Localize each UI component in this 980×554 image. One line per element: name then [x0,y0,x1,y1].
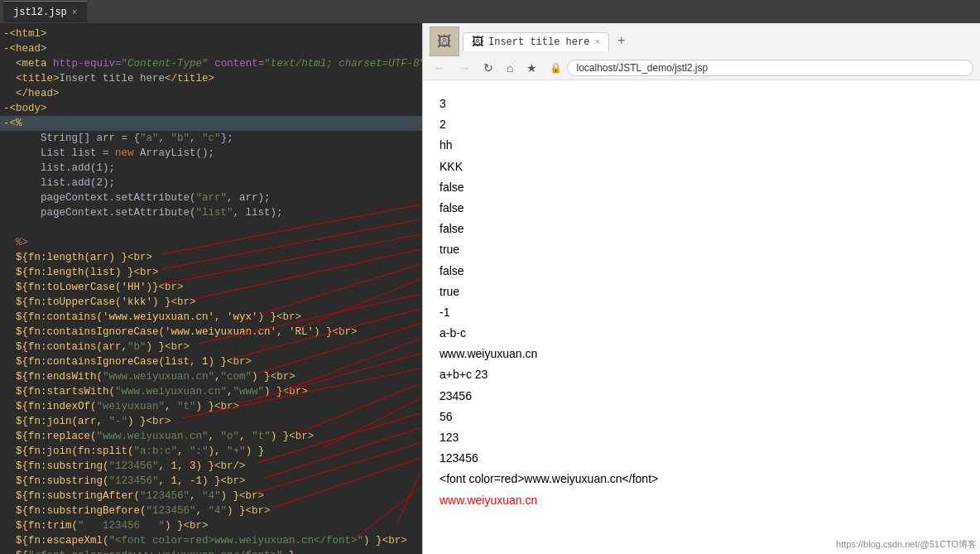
browser-tab-title: Insert title here [488,36,589,48]
browser-tab-close-icon[interactable]: × [594,37,600,47]
result-false-4: false [440,261,963,282]
browser-tab-bar: 🖼 🖼 Insert title here × + [430,26,973,56]
code-line-3: <meta http-equiv="Content-Type" content=… [0,56,422,71]
tab-label: jstl2.jsp [13,7,67,18]
code-line-34: ${fn:trim(" 123456 ") }<br> [0,518,422,533]
browser-chrome: 🖼 🖼 Insert title here × + ← → ↻ ⌂ ★ 🔒 [423,23,980,80]
browser-active-tab[interactable]: 🖼 Insert title here × [463,32,609,51]
result-2: 2 [440,114,963,135]
watermark: https://blog.csdn.net/@51CTO博客 [836,538,977,551]
browser-panel: 🖼 🖼 Insert title here × + ← → ↻ ⌂ ★ 🔒 [422,23,980,554]
code-line-9: List list = new ArrayList(); [0,146,422,161]
code-line-12: pageContext.setAttribute("arr", arr); [0,190,422,205]
code-line-24: ${fn:endsWith("www.weiyuxuan.cn","com") … [0,369,422,384]
code-editor[interactable]: -<html> -<head> <meta http-equiv="Conten… [0,23,422,554]
code-line-10: list.add(1); [0,161,422,176]
result-false-2: false [440,198,963,219]
code-line-28: ${fn:replace("www.weiyuxuan.cn", "o", "t… [0,429,422,444]
code-line-27: ${fn:join(arr, "-") }<br> [0,414,422,429]
main-area: -<html> -<head> <meta http-equiv="Conten… [0,23,980,554]
result-join-dash: a-b-c [440,323,963,344]
code-line-32: ${fn:substringAfter("123456", "4") }<br> [0,489,422,503]
result-join-plus: a+b+c 23 [440,364,963,385]
result-hh: hh [440,135,963,156]
code-line-11: list.add(2); [0,176,422,190]
code-line-29: ${fn:join(fn:split("a:b:c", ":"), "+") } [0,444,422,459]
code-line-8: String[] arr = {"a", "b", "c"}; [0,131,422,146]
code-line-35: ${fn:escapeXml("<font color=red>www.weiy… [0,533,422,548]
result-true-2: true [440,282,963,302]
code-line-5: </head> [0,86,422,101]
code-line-18: ${fn:toLowerCase('HH')}<br> [0,280,422,295]
result-false-1: false [440,177,963,198]
code-line-1: -<html> [0,26,422,41]
browser-bookmark-button[interactable]: ★ [522,60,541,76]
result-true-1: true [440,239,963,260]
browser-address-bar[interactable] [567,60,973,76]
browser-reload-button[interactable]: ↻ [479,60,497,76]
result-false-3: false [440,219,963,239]
code-line-30: ${fn:substring("123456", 1, 3) }<br/> [0,459,422,474]
result-substring-1: 23456 [440,386,963,407]
result-rendered-html: www.weiyuxuan.cn [440,490,963,511]
result-replace: www.weiyuxuan.cn [440,344,963,364]
browser-tab-favicon-icon: 🖼 [472,36,483,49]
browser-lock-icon: 🔒 [550,62,562,75]
code-line-15: %> [0,235,422,250]
browser-new-tab-button[interactable]: + [612,32,631,51]
code-line-2: -<head> [0,41,422,56]
editor-tab-bar: jstl2.jsp × [0,0,980,23]
browser-forward-button[interactable]: → [454,60,474,76]
code-line-17: ${fn:length(list) }<br> [0,265,422,280]
code-line-19: ${fn:toUpperCase('kkk') }<br> [0,295,422,310]
code-line-7: -<% [0,116,422,131]
code-line-31: ${fn:substring("123456", 1, -1) }<br> [0,474,422,489]
code-line-13: pageContext.setAttribute("list", list); [0,205,422,220]
code-line-33: ${fn:substringBefore("123456", "4") }<br… [0,503,422,518]
browser-navigation: ← → ↻ ⌂ ★ 🔒 [430,60,973,76]
code-line-6: -<body> [0,101,422,116]
code-line-22: ${fn:contains(arr,"b") }<br> [0,340,422,354]
code-line-16: ${fn:length(arr) }<br> [0,250,422,265]
result-kkk: KKK [440,157,963,177]
code-line-25: ${fn:startsWith("www.weiyuxuan.cn","www"… [0,384,422,399]
code-line-26: ${fn:indexOf("weiyuxuan", "t") }<br> [0,399,422,414]
tab-close-icon[interactable]: × [72,7,78,17]
result-escapedxml: <font color=red>www.weiyuxuan.cn</font> [440,469,963,489]
code-line-4: <title>Insert title here</title> [0,71,422,86]
result-substring-3: 123 [440,427,963,448]
code-line-23: ${fn:containsIgnoreCase(list, 1) }<br> [0,354,422,369]
code-line-14 [0,220,422,235]
code-line-20: ${fn:contains('www.weiyuxuan.cn', 'wyx')… [0,310,422,325]
file-tab-jstl2[interactable]: jstl2.jsp × [3,1,87,22]
result-trim: 123456 [440,448,963,469]
result-3: 3 [440,94,963,114]
browser-back-button[interactable]: ← [430,60,449,76]
browser-favicon: 🖼 [430,26,459,56]
browser-content: 3 2 hh KKK false false false true false … [423,80,980,554]
code-line-36: ${"<font color=red>www.weiyuxuan.cn</fon… [0,548,422,554]
code-line-21: ${fn:containsIgnoreCase('www.weiyuxuan.c… [0,325,422,340]
browser-home-button[interactable]: ⌂ [502,60,517,76]
result-neg1: -1 [440,302,963,323]
result-substring-2: 56 [440,407,963,427]
